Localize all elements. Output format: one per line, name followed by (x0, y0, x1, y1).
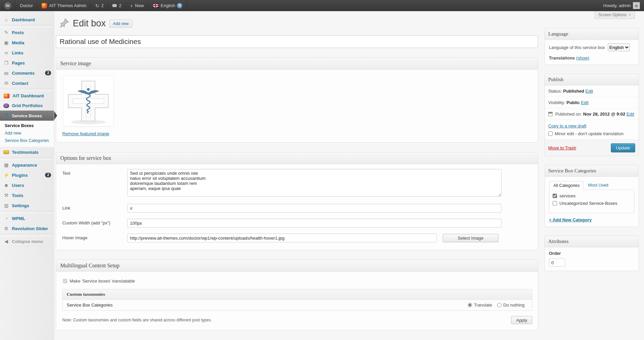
published-on-value: Nov 28, 2012 @ 9:02 (583, 112, 625, 117)
menu-separator (0, 211, 54, 213)
howdy-label: Howdy, admin (603, 3, 631, 8)
sidebar-item-revolution-slider[interactable]: ⚙Revolution Slider (0, 223, 54, 234)
sidebar-item-posts[interactable]: ✎Posts (0, 27, 54, 38)
sidebar-item-pages[interactable]: ❐Pages (0, 58, 54, 68)
sidebar-item-appearance[interactable]: ▦Appearance (0, 160, 54, 170)
sidebar-item-contact[interactable]: ✉Contact (0, 78, 54, 88)
sidebar-subitem-add-new[interactable]: Add new (0, 129, 54, 137)
wpml-icon: ◔ (3, 216, 9, 221)
collapse-arrow-icon: ◀ (3, 239, 9, 244)
new-content-menu[interactable]: + New (126, 0, 148, 11)
categories-box-header[interactable]: Service Box Categories (545, 165, 639, 177)
sidebar-item-ait-dashboard[interactable]: AIT Dashboard (0, 91, 54, 101)
sidebar-subitem-service-boxes[interactable]: Service Boxes (0, 122, 54, 129)
custom-taxonomies-header: Custom taxonomies (63, 289, 532, 300)
updates-menu[interactable]: ↻ 2 (91, 0, 108, 11)
custom-taxonomies-box: Custom taxonomies Service Box Categories… (62, 289, 532, 311)
pushpin-icon (59, 18, 69, 29)
post-title-input[interactable] (56, 35, 538, 48)
category-item-services[interactable]: services (553, 193, 631, 198)
translations-show-link[interactable]: (show) (576, 55, 589, 60)
tools-icon: ⚒ (3, 193, 9, 198)
category-checkbox[interactable] (553, 194, 557, 198)
multilingual-header[interactable]: Multilingual Content Setup (56, 260, 538, 272)
sidebar-item-grid-portfolios[interactable]: Grid Portfolios (0, 101, 54, 111)
add-new-category-link[interactable]: + Add New Category (549, 217, 592, 222)
status-edit-link[interactable]: Edit (585, 89, 593, 94)
users-icon: ☻ (3, 183, 9, 188)
text-field-textarea[interactable]: Sed ut perspiciatis unde omnis iste natu… (127, 169, 502, 197)
language-switcher-menu[interactable]: English ? (148, 0, 187, 11)
order-input[interactable] (549, 259, 565, 267)
language-box: Language Language of this service box En… (545, 28, 639, 65)
remove-featured-image-link[interactable]: Remove featured image (62, 131, 109, 136)
sidebar-item-plugins[interactable]: ⚡Plugins2 (0, 170, 54, 180)
published-on-label: Published on: (555, 112, 582, 117)
sidebar-item-label: Settings (12, 203, 51, 208)
visibility-row: Visibility: Public Edit (545, 97, 639, 108)
attributes-box: Attributes Order (545, 236, 639, 271)
categories-list: servicesUncategorized Service-Boxes (549, 190, 635, 213)
publish-box-header[interactable]: Publish (545, 74, 639, 86)
update-button[interactable]: Update (611, 143, 635, 152)
sidebar-item-media[interactable]: ▣Media (0, 38, 54, 48)
sidebar-item-label: AIT Dashboard (13, 93, 51, 98)
tab-most-used[interactable]: Most Used (585, 181, 612, 190)
service-image-header[interactable]: Service image (56, 58, 538, 70)
minor-edit-checkbox[interactable] (548, 131, 553, 136)
featured-image[interactable] (63, 76, 114, 126)
sidebar-submenu: Service BoxesAdd newService Box Categori… (0, 121, 54, 147)
status-value: Published (563, 89, 584, 94)
plugins-icon: ⚡ (3, 172, 9, 178)
category-checkbox[interactable] (553, 201, 557, 205)
sidebar-subitem-service-box-categories[interactable]: Service Box Categories (0, 137, 54, 144)
sidebar-item-users[interactable]: ☻Users (0, 180, 54, 190)
tab-all-categories[interactable]: All Categories (550, 181, 583, 190)
attributes-box-header[interactable]: Attributes (545, 236, 639, 247)
select-image-button[interactable]: Select Image (443, 234, 498, 242)
sidebar-item-links[interactable]: ∞Links (0, 48, 54, 58)
ait-themes-admin-menu[interactable]: AIT Themes Admin (37, 0, 91, 11)
screen-options-tab[interactable]: Screen Options ▼ (595, 11, 635, 19)
uk-flag-icon (153, 4, 159, 8)
visibility-edit-link[interactable]: Edit (581, 100, 589, 105)
move-to-trash-link[interactable]: Move to Trash (548, 145, 576, 150)
copy-to-draft-link[interactable]: Copy to a new draft (548, 123, 586, 128)
sidebar-item-wpml[interactable]: ◔WPML (0, 213, 54, 223)
my-account-menu[interactable]: Howdy, admin ☻ (599, 0, 644, 11)
pages-icon: ❐ (3, 60, 9, 66)
sidebar-item-collapse-menu[interactable]: ◀Collapse menu (0, 236, 54, 246)
help-icon[interactable]: ? (177, 3, 182, 8)
translate-radio-label[interactable]: Translate (474, 302, 492, 308)
grid-portfolios-icon (3, 103, 9, 108)
add-new-button[interactable]: Add new (109, 20, 133, 28)
link-field-input[interactable] (127, 204, 502, 213)
hover-image-label: Hover Image (62, 234, 127, 242)
sidebar-item-service-boxes[interactable]: ⚙Service Boxes (0, 111, 54, 121)
sidebar-item-tools[interactable]: ⚒Tools (0, 190, 54, 200)
apply-button[interactable]: Apply (511, 316, 532, 324)
options-box-header[interactable]: Options for service box (56, 152, 538, 164)
language-box-header[interactable]: Language (545, 28, 639, 40)
do-nothing-radio-label[interactable]: Do nothing (503, 302, 525, 308)
sidebar-item-testimonials[interactable]: Testimonials (0, 147, 54, 157)
comments-menu[interactable]: 2 (108, 0, 126, 11)
site-name-menu[interactable]: Doctor (16, 0, 37, 11)
translatable-checkbox[interactable] (63, 279, 67, 283)
translate-radio[interactable] (468, 303, 472, 307)
hover-image-input[interactable] (127, 234, 437, 242)
menu-separator (0, 234, 54, 236)
sidebar-item-settings[interactable]: ▥Settings (0, 200, 54, 211)
custom-width-input[interactable] (127, 219, 502, 227)
do-nothing-radio[interactable] (497, 303, 502, 307)
count-badge: 2 (45, 173, 51, 177)
sidebar-item-label: Posts (12, 30, 51, 35)
pushpin-icon: ✎ (3, 30, 9, 35)
visibility-value: Public (567, 100, 580, 105)
published-on-edit-link[interactable]: Edit (626, 112, 634, 117)
sidebar-item-dashboard[interactable]: ⌂Dashboard (0, 15, 54, 25)
sidebar-item-comments[interactable]: Comments2 (0, 68, 54, 78)
category-item-uncategorized-service-boxes[interactable]: Uncategorized Service-Boxes (553, 201, 631, 206)
wp-logo-menu[interactable]: W (0, 0, 16, 11)
language-select[interactable]: English (608, 43, 630, 51)
